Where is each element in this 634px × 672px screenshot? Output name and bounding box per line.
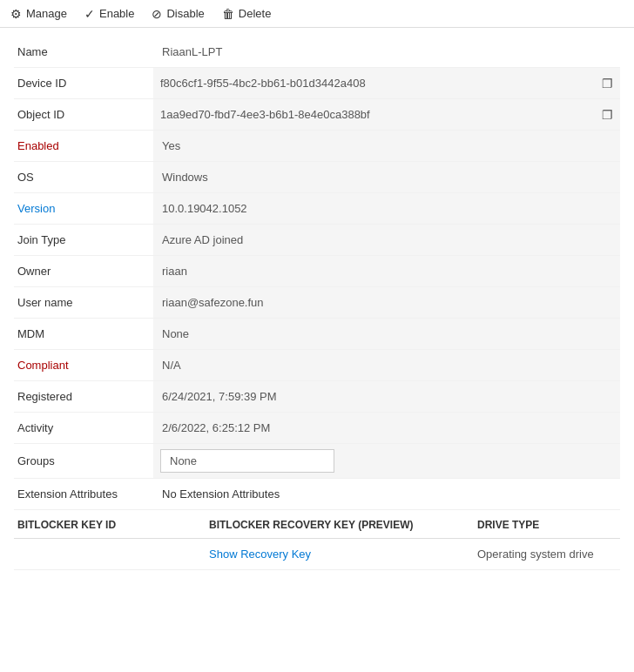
- toolbar: ⚙ Manage ✓ Enable ⊘ Disable 🗑 Delete: [0, 0, 634, 28]
- show-recovery-key-link[interactable]: Show Recovery Key: [209, 548, 311, 561]
- enable-icon: ✓: [84, 8, 95, 20]
- registered-value: 6/24/2021, 7:59:39 PM: [153, 381, 620, 412]
- enable-label: Enable: [99, 7, 134, 20]
- registered-label: Registered: [14, 381, 153, 412]
- compliant-label: Compliant: [14, 350, 153, 380]
- object-id-copy-icon[interactable]: ❐: [602, 108, 613, 122]
- user-name-label: User name: [14, 287, 153, 318]
- object-id-label: Object ID: [14, 99, 153, 130]
- object-id-row: Object ID 1aa9ed70-fbd7-4ee3-b6b1-8e4e0c…: [14, 99, 620, 131]
- groups-box: None: [153, 444, 620, 478]
- object-id-value: 1aa9ed70-fbd7-4ee3-b6b1-8e4e0ca388bf: [160, 108, 595, 121]
- os-row: OS Windows: [14, 162, 620, 193]
- delete-label: Delete: [239, 7, 272, 20]
- object-id-wrapper: 1aa9ed70-fbd7-4ee3-b6b1-8e4e0ca388bf ❐: [153, 99, 620, 130]
- enabled-row: Enabled Yes: [14, 131, 620, 162]
- owner-label: Owner: [14, 256, 153, 286]
- bitlocker-drive-type: Operating system drive: [477, 548, 617, 561]
- device-id-copy-icon[interactable]: ❐: [602, 77, 613, 91]
- bitlocker-col-key: BITLOCKER RECOVERY KEY (Preview): [209, 519, 477, 531]
- mdm-label: MDM: [14, 319, 153, 349]
- device-id-label: Device ID: [14, 68, 153, 98]
- compliant-value: N/A: [153, 350, 620, 380]
- bitlocker-col-id: BITLOCKER KEY ID: [17, 519, 209, 531]
- delete-button[interactable]: 🗑 Delete: [222, 7, 272, 20]
- mdm-value: None: [153, 319, 620, 349]
- name-row: Name RiaanL-LPT: [14, 37, 620, 68]
- groups-label: Groups: [14, 444, 153, 478]
- join-type-row: Join Type Azure AD joined: [14, 225, 620, 256]
- name-value: RiaanL-LPT: [153, 37, 620, 67]
- device-id-row: Device ID f80c6cf1-9f55-4bc2-bb61-b01d34…: [14, 68, 620, 99]
- user-name-row: User name riaan@safezone.fun: [14, 287, 620, 319]
- os-value: Windows: [153, 162, 620, 192]
- enabled-label: Enabled: [14, 131, 153, 161]
- extension-attributes-value: No Extension Attributes: [153, 479, 620, 509]
- device-detail-content: Name RiaanL-LPT Device ID f80c6cf1-9f55-…: [0, 28, 634, 579]
- extension-attributes-label: Extension Attributes: [14, 479, 153, 509]
- version-value: 10.0.19042.1052: [153, 193, 620, 224]
- enabled-value: Yes: [153, 131, 620, 161]
- bitlocker-key-cell: Show Recovery Key: [209, 548, 477, 561]
- owner-row: Owner riaan: [14, 256, 620, 287]
- disable-button[interactable]: ⊘ Disable: [152, 7, 204, 20]
- activity-value: 2/6/2022, 6:25:12 PM: [153, 413, 620, 443]
- os-label: OS: [14, 162, 153, 192]
- mdm-row: MDM None: [14, 319, 620, 350]
- version-label: Version: [14, 193, 153, 224]
- version-row: Version 10.0.19042.1052: [14, 193, 620, 225]
- activity-label: Activity: [14, 413, 153, 443]
- manage-icon: ⚙: [10, 8, 22, 20]
- groups-value: None: [160, 449, 334, 473]
- bitlocker-header: BITLOCKER KEY ID BITLOCKER RECOVERY KEY …: [14, 510, 620, 539]
- device-id-value: f80c6cf1-9f55-4bc2-bb61-b01d3442a408: [160, 77, 595, 90]
- activity-row: Activity 2/6/2022, 6:25:12 PM: [14, 413, 620, 444]
- disable-icon: ⊘: [152, 8, 162, 20]
- join-type-label: Join Type: [14, 225, 153, 255]
- enable-button[interactable]: ✓ Enable: [84, 7, 134, 20]
- device-id-wrapper: f80c6cf1-9f55-4bc2-bb61-b01d3442a408 ❐: [153, 68, 620, 98]
- owner-value: riaan: [153, 256, 620, 286]
- manage-label: Manage: [26, 7, 67, 20]
- compliant-row: Compliant N/A: [14, 350, 620, 381]
- user-name-value: riaan@safezone.fun: [153, 287, 620, 318]
- extension-attributes-row: Extension Attributes No Extension Attrib…: [14, 479, 620, 510]
- groups-row: Groups None: [14, 444, 620, 479]
- delete-icon: 🗑: [222, 8, 234, 20]
- bitlocker-recovery-row: Show Recovery Key Operating system drive: [14, 539, 620, 570]
- disable-label: Disable: [166, 7, 204, 20]
- bitlocker-col-drive: DRIVE TYPE: [477, 519, 617, 531]
- registered-row: Registered 6/24/2021, 7:59:39 PM: [14, 381, 620, 413]
- manage-button[interactable]: ⚙ Manage: [10, 7, 67, 20]
- join-type-value: Azure AD joined: [153, 225, 620, 255]
- name-label: Name: [14, 37, 153, 67]
